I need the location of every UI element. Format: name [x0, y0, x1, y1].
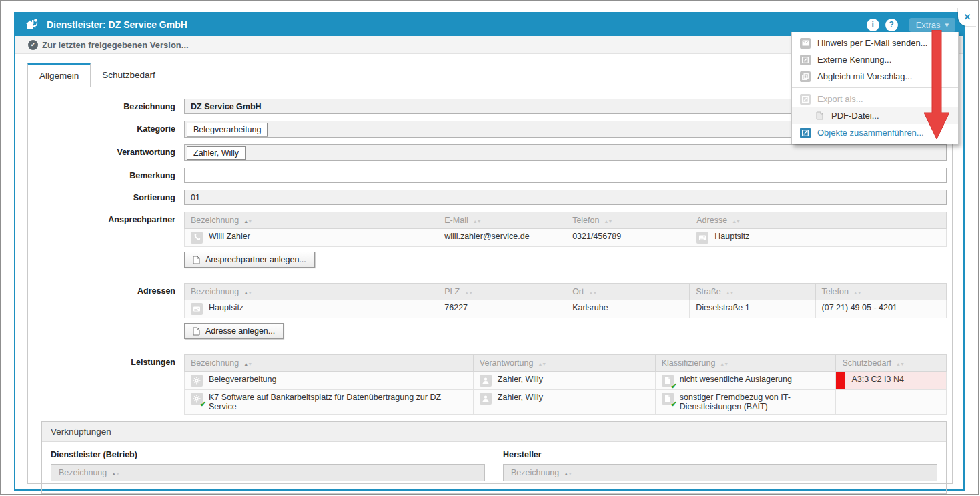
column-label: Telefon	[822, 287, 849, 296]
close-button[interactable]: ✕	[958, 7, 977, 26]
column-header-bezeichnung[interactable]: Bezeichnung▲▼	[185, 355, 474, 372]
kategorie-chip[interactable]: Belegverarbeitung	[187, 123, 268, 136]
menu-item-label: Export als...	[817, 94, 863, 104]
help-button[interactable]: ?	[885, 19, 898, 31]
table-row[interactable]: ✔K7 Software auf Bankarbeitsplatz für Da…	[185, 390, 947, 415]
column-header-strasse[interactable]: Straße▲▼	[690, 284, 815, 300]
classification-text: sonstiger Fremdbezug von IT-Dienstleistu…	[680, 393, 830, 411]
table-row[interactable]: Willi Zahler willi.zahler@service.de 032…	[185, 229, 947, 247]
leistungen-label: Leistungen	[41, 354, 184, 367]
column-label: Ort	[572, 287, 584, 296]
person-icon	[480, 375, 492, 387]
column-header-bezeichnung[interactable]: Bezeichnung▲▼	[503, 464, 937, 481]
form-row-adressen: Adressen Bezeichnung▲▼ PLZ▲▼ Ort▲▼ Straß…	[41, 283, 947, 348]
column-label: Bezeichnung	[511, 468, 559, 477]
column-header-schutzbedarf[interactable]: Schutzbedarf▲▼	[836, 355, 947, 372]
column-header-bezeichnung[interactable]: Bezeichnung▲▼	[51, 464, 485, 481]
tab-allgemein[interactable]: Allgemein	[27, 63, 91, 87]
sort-icon: ▲▼	[564, 471, 572, 476]
menu-separator	[792, 87, 958, 88]
verantwortung-chip[interactable]: Zahler, Willy	[187, 146, 246, 160]
menu-item-hinweis-per-email[interactable]: Hinweis per E-Mail senden...	[792, 35, 958, 51]
classification-icon: ✔	[662, 375, 674, 387]
export-icon	[800, 94, 811, 105]
responsible-name: Zahler, Willy	[498, 375, 543, 384]
new-document-icon	[193, 256, 200, 264]
check-icon: ✔	[200, 400, 206, 409]
tab-panel-allgemein: Bezeichnung Kategorie Belegverarbeitung …	[27, 87, 953, 484]
column-header-ort[interactable]: Ort▲▼	[566, 284, 690, 300]
add-address-button[interactable]: Adresse anlegen...	[184, 323, 284, 339]
address-plz: 76227	[444, 303, 468, 312]
column-label: Adresse	[696, 216, 727, 225]
column-header-bezeichnung[interactable]: Bezeichnung▲▼	[185, 212, 438, 229]
verknuepfungen-body: Dienstleister (Betrieb) Bezeichnung▲▼ He…	[42, 442, 946, 493]
address-strasse: Dieselstraße 1	[696, 303, 750, 312]
column-header-adresse[interactable]: Adresse▲▼	[690, 212, 947, 229]
add-contact-button-label: Ansprechpartner anlegen...	[205, 255, 306, 264]
table-header-row: Bezeichnung▲▼ Verantwortung▲▼ Klassifizi…	[185, 355, 947, 372]
verknuepfung-dienstleister-betrieb: Dienstleister (Betrieb) Bezeichnung▲▼	[51, 450, 485, 481]
column-header-klassifizierung[interactable]: Klassifizierung▲▼	[655, 355, 836, 372]
verantwortung-field[interactable]: Zahler, Willy	[184, 144, 947, 161]
check-icon: ✔	[671, 382, 677, 391]
menu-item-label: Hinweis per E-Mail senden...	[817, 38, 927, 48]
table-row[interactable]: Belegverarbeitung Zahler, Willy ✔nicht w…	[185, 372, 947, 390]
sort-icon: ▲▼	[243, 290, 252, 295]
column-label: Bezeichnung	[59, 468, 107, 477]
sort-icon: ▲▼	[720, 362, 728, 366]
extras-button[interactable]: Extras ▾	[909, 18, 955, 32]
column-header-telefon[interactable]: Telefon▲▼	[815, 284, 946, 300]
contact-icon	[191, 232, 203, 244]
ansprechpartner-table: Bezeichnung▲▼ E-Mail▲▼ Telefon▲▼ Adresse…	[184, 212, 947, 247]
page-title: Dienstleister: DZ Service GmbH	[47, 19, 187, 30]
sortierung-input[interactable]	[184, 190, 947, 205]
merge-objects-icon	[800, 128, 811, 138]
column-label: PLZ	[444, 287, 460, 296]
form-row-bemerkung: Bemerkung	[41, 168, 947, 183]
menu-item-abgleich-mit-vorschlag[interactable]: Abgleich mit Vorschlag...	[792, 68, 958, 85]
column-label: Klassifizierung	[662, 358, 716, 368]
verknuepfungen-section: Verknüpfungen Dienstleister (Betrieb) Be…	[41, 421, 947, 494]
column-label: Straße	[696, 287, 721, 296]
address-ort: Karlsruhe	[572, 303, 608, 312]
column-label: Bezeichnung	[191, 358, 239, 368]
service-icon	[191, 375, 203, 387]
contact-email: willi.zahler@service.de	[444, 232, 529, 241]
contact-address: Hauptsitz	[714, 232, 749, 241]
sort-icon: ▲▼	[588, 290, 596, 295]
edit-icon	[800, 55, 811, 65]
pdf-file-icon	[814, 111, 825, 121]
contact-phone: 0321/456789	[572, 232, 621, 241]
responsible-name: Zahler, Willy	[498, 393, 543, 402]
column-header-plz[interactable]: PLZ▲▼	[438, 284, 566, 300]
contact-name: Willi Zahler	[209, 232, 250, 241]
column-header-email[interactable]: E-Mail▲▼	[438, 212, 566, 229]
menu-item-pdf-datei[interactable]: PDF-Datei...	[792, 107, 958, 124]
address-telefon: (07 21) 49 05 - 4201	[822, 303, 897, 312]
close-icon: ✕	[964, 12, 971, 22]
column-header-telefon[interactable]: Telefon▲▼	[566, 212, 690, 229]
add-contact-button[interactable]: Ansprechpartner anlegen...	[184, 252, 315, 268]
last-released-version-link[interactable]: Zur letzten freigegebenen Version...	[42, 40, 189, 50]
sort-icon: ▲▼	[726, 290, 734, 295]
menu-item-externe-kennung[interactable]: Externe Kennung...	[792, 51, 958, 68]
column-header-bezeichnung[interactable]: Bezeichnung▲▼	[185, 284, 438, 300]
table-row[interactable]: Hauptsitz 76227 Karlsruhe Dieselstraße 1…	[185, 300, 947, 318]
menu-item-export-als: Export als...	[792, 91, 958, 107]
screenshot-root: Dienstleister: DZ Service GmbH i ? Extra…	[0, 0, 979, 495]
bezeichnung-label: Bezeichnung	[41, 99, 184, 111]
column-label: Schutzbedarf	[842, 358, 891, 368]
envelope-icon	[800, 38, 811, 49]
service-icon: ✔	[191, 393, 203, 405]
chevron-down-icon: ▾	[945, 21, 949, 29]
address-name: Hauptsitz	[209, 303, 243, 312]
verantwortung-label: Verantwortung	[41, 144, 184, 157]
bemerkung-input[interactable]	[184, 168, 947, 183]
info-button[interactable]: i	[867, 19, 879, 31]
sort-icon: ▲▼	[464, 290, 472, 295]
extras-dropdown-menu: Hinweis per E-Mail senden... Externe Ken…	[791, 32, 959, 144]
tab-schutzbedarf[interactable]: Schutzbedarf	[91, 63, 167, 87]
menu-item-objekte-zusammenfuehren[interactable]: Objekte zusammenführen...	[792, 124, 958, 141]
column-header-verantwortung[interactable]: Verantwortung▲▼	[473, 355, 655, 372]
